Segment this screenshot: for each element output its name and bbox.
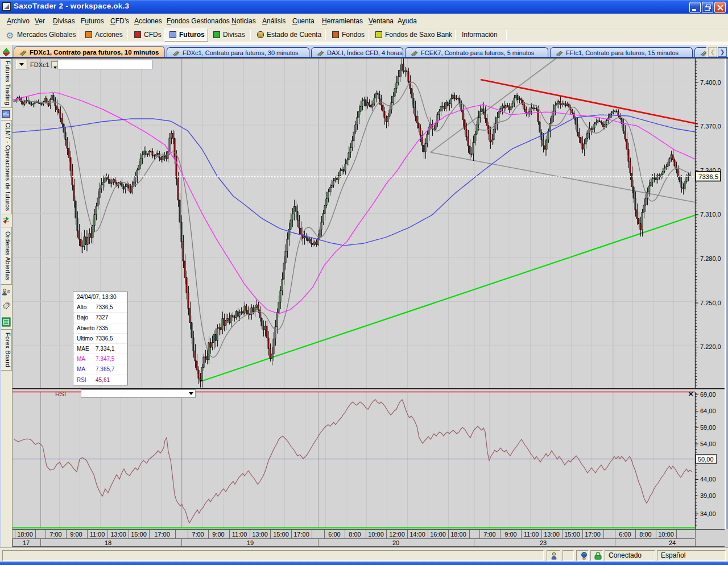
svg-text:44,00: 44,00	[700, 476, 716, 483]
svg-text:11:00: 11:00	[90, 531, 105, 538]
svg-text:7.250,0: 7.250,0	[700, 300, 721, 306]
svg-text:10:00: 10:00	[368, 531, 384, 538]
svg-text:20: 20	[392, 539, 399, 546]
svg-text:15:00: 15:00	[564, 531, 580, 538]
svg-text:7:00: 7:00	[192, 531, 204, 538]
svg-text:6:00: 6:00	[619, 531, 631, 538]
svg-text:9:00: 9:00	[504, 531, 516, 538]
svg-text:69,00: 69,00	[700, 391, 716, 398]
svg-text:18:00: 18:00	[450, 531, 466, 538]
svg-text:7.220,0: 7.220,0	[700, 343, 721, 350]
svg-text:7:00: 7:00	[483, 531, 495, 538]
svg-text:23: 23	[540, 539, 547, 546]
svg-text:17:00: 17:00	[293, 531, 309, 538]
svg-text:17:00: 17:00	[154, 531, 170, 538]
svg-text:15:00: 15:00	[273, 531, 289, 538]
svg-text:14:00: 14:00	[410, 531, 425, 538]
svg-text:54,00: 54,00	[700, 441, 716, 447]
svg-text:7336,5: 7336,5	[698, 173, 718, 180]
svg-text:39,00: 39,00	[700, 492, 716, 499]
svg-text:8:00: 8:00	[349, 531, 361, 538]
svg-text:18:00: 18:00	[17, 531, 33, 538]
svg-text:13:00: 13:00	[252, 531, 268, 538]
svg-text:18: 18	[105, 539, 111, 546]
svg-text:8:00: 8:00	[639, 531, 651, 538]
svg-text:11:00: 11:00	[524, 531, 539, 538]
svg-text:7.370,0: 7.370,0	[700, 123, 721, 130]
svg-text:15:00: 15:00	[131, 531, 147, 538]
svg-text:17: 17	[23, 539, 30, 546]
svg-text:7.310,0: 7.310,0	[700, 211, 721, 218]
svg-text:64,00: 64,00	[700, 408, 716, 414]
svg-text:12:00: 12:00	[389, 531, 405, 538]
svg-text:7.400,0: 7.400,0	[700, 79, 721, 86]
svg-text:34,00: 34,00	[700, 510, 716, 517]
svg-text:11:00: 11:00	[232, 531, 247, 538]
svg-text:7.280,0: 7.280,0	[700, 255, 721, 262]
svg-text:50,00: 50,00	[698, 456, 714, 463]
svg-text:24: 24	[669, 539, 676, 546]
svg-text:7:00: 7:00	[49, 531, 61, 538]
svg-text:17:00: 17:00	[585, 531, 601, 538]
svg-text:10:00: 10:00	[658, 531, 674, 538]
svg-text:9:00: 9:00	[212, 531, 224, 538]
svg-text:6:00: 6:00	[328, 531, 340, 538]
svg-text:9:00: 9:00	[70, 531, 82, 538]
svg-text:19: 19	[247, 539, 254, 546]
svg-text:16:00: 16:00	[430, 531, 446, 538]
svg-text:@: @	[7, 289, 10, 294]
svg-text:59,00: 59,00	[700, 424, 716, 431]
svg-text:13:00: 13:00	[110, 531, 126, 538]
svg-text:13:00: 13:00	[544, 531, 560, 538]
